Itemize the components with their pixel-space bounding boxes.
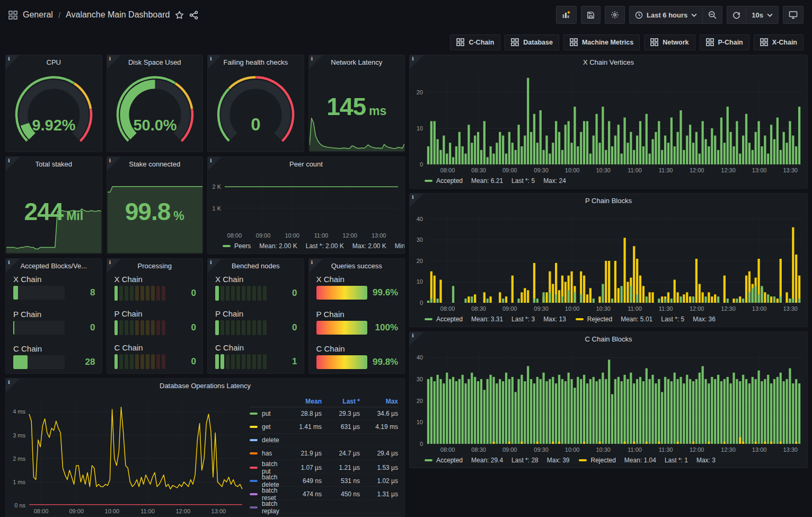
star-icon[interactable]: [175, 11, 184, 20]
panel-title[interactable]: Benched nodes: [208, 259, 304, 274]
panel-info-icon[interactable]: i: [410, 332, 423, 346]
x-axis-tick: 09:00: [256, 232, 271, 239]
panel-info-icon[interactable]: i: [410, 55, 423, 69]
panel-title[interactable]: Peer count: [208, 157, 404, 172]
legend-series-name: batch put: [262, 460, 284, 475]
panel-title[interactable]: P Chain Blocks: [410, 194, 807, 208]
panel-title[interactable]: Failing health checks: [208, 55, 304, 70]
refresh-button[interactable]: [727, 6, 746, 23]
dashboard-link-label: Machine Metrics: [582, 39, 633, 46]
settings-gear-button[interactable]: [605, 6, 624, 23]
panel-info-icon[interactable]: i: [410, 194, 423, 207]
legend-item-rejected[interactable]: RejectedMean: 1.04Last *: 1Max: 3: [579, 457, 715, 464]
breadcrumb-folder[interactable]: General: [23, 10, 53, 20]
chain-label: X Chain: [114, 275, 197, 284]
x-axis-tick: 11:00: [140, 508, 155, 514]
panel-title[interactable]: CPU: [6, 55, 102, 70]
cycle-view-mode-button[interactable]: [783, 6, 803, 23]
add-panel-button[interactable]: [557, 6, 576, 23]
panel-info-icon[interactable]: i: [107, 259, 121, 273]
legend-item-batch-reset[interactable]: batch reset: [250, 487, 284, 502]
dashboard-link-machine-metrics[interactable]: Machine Metrics: [563, 34, 640, 50]
chain-label: C Chain: [114, 343, 197, 352]
legend-item-delete[interactable]: delete: [250, 436, 284, 444]
segment-cell: [220, 354, 224, 369]
legend-item-has[interactable]: has: [250, 450, 284, 457]
legend-item-batch-put[interactable]: batch put: [250, 460, 284, 475]
zoom-out-button[interactable]: [702, 6, 722, 23]
dashboard-link-c-chain[interactable]: C-Chain: [450, 34, 500, 50]
legend-item-accepted[interactable]: AcceptedMean: 6.21Last *: 5Max: 24: [425, 177, 566, 185]
dashboard-link-p-chain[interactable]: P-Chain: [700, 34, 749, 50]
panel-p-chain-blocks: i P Chain Blocks 08:0008:3009:0009:3010:…: [409, 193, 808, 327]
x-axis-tick: 08:00: [440, 167, 455, 173]
db-table-header[interactable]: Max: [360, 398, 398, 405]
dashboard-link-network[interactable]: Network: [644, 34, 695, 50]
breadcrumb-dashboard-title[interactable]: Avalanche Main Dashboard: [66, 10, 170, 20]
legend-item-rejected[interactable]: RejectedMean: 5.01Last *: 5Max: 36: [576, 316, 716, 323]
segment-cell: [220, 320, 224, 335]
segment-cell: [236, 354, 240, 369]
x-axis-tick: 09:00: [502, 167, 517, 173]
legend-stat: Mean: 2.00 K: [259, 242, 297, 250]
chain-gauge-row: C Chain28: [13, 344, 95, 369]
legend-series-name: Accepted: [436, 177, 463, 185]
panel-info-icon[interactable]: i: [6, 55, 20, 69]
panel-info-icon[interactable]: i: [6, 259, 20, 273]
peer-count-legend: PeersMean: 2.00 KLast *: 2.00 KMax: 2.00…: [208, 241, 404, 253]
legend-stat: Max: 2.00 K: [352, 242, 386, 250]
x-axis-tick: 13:30: [783, 446, 798, 453]
panel-info-icon[interactable]: i: [6, 379, 20, 392]
y-axis-tick: 2 ms: [13, 455, 25, 462]
db-table-value: 1.31 µs: [360, 490, 398, 498]
panel-benched-nodes: i Benched nodes X Chain0P Chain0C Chain1: [207, 258, 304, 374]
legend-item-batch-delete[interactable]: batch delete: [250, 474, 284, 488]
panel-title[interactable]: Database Operations Latency: [6, 379, 404, 393]
health-gauge: 0: [213, 70, 298, 148]
db-table-header[interactable]: Mean: [284, 398, 322, 405]
panel-title[interactable]: Accepted Blocks/Ve...: [6, 259, 102, 274]
panel-title[interactable]: Queries success: [309, 259, 405, 274]
legend-item-peers[interactable]: PeersMean: 2.00 KLast *: 2.00 KMax: 2.00…: [223, 242, 404, 250]
time-range-picker[interactable]: Last 6 hours: [630, 6, 702, 23]
panel-title[interactable]: Total staked: [6, 157, 102, 172]
panel-info-icon[interactable]: i: [107, 157, 121, 171]
chain-label: P Chain: [13, 310, 95, 319]
chain-label: P Chain: [215, 309, 297, 318]
panel-info-icon[interactable]: i: [208, 55, 222, 69]
panel-info-icon[interactable]: i: [309, 55, 323, 69]
db-table-header[interactable]: Last *: [322, 398, 360, 405]
panel-title[interactable]: Stake connected: [107, 157, 203, 172]
legend-swatch-icon: [250, 467, 258, 469]
panel-info-icon[interactable]: i: [208, 259, 222, 273]
legend-item-accepted[interactable]: AcceptedMean: 3.31Last *: 3Max: 13: [425, 316, 566, 323]
panel-info-icon[interactable]: i: [208, 157, 222, 171]
panel-info-icon[interactable]: i: [6, 157, 20, 171]
panel-info-icon[interactable]: i: [309, 259, 323, 273]
panel-title[interactable]: Processing: [107, 259, 203, 274]
panel-info-icon[interactable]: i: [107, 55, 121, 69]
x-axis-tick: 12:00: [690, 446, 704, 453]
x-axis-tick: 13:00: [752, 446, 767, 453]
legend-item-accepted[interactable]: AcceptedMean: 29.4Last *: 28Max: 39: [425, 457, 569, 464]
refresh-interval-dropdown[interactable]: 10s: [746, 6, 778, 23]
chain-gauge-row: C Chain99.8%: [316, 344, 399, 369]
segment-cell: [119, 354, 123, 369]
segment-cell: [236, 320, 240, 335]
segment-cell: [156, 320, 160, 335]
dashboards-grid-icon[interactable]: [8, 11, 17, 20]
save-dashboard-button[interactable]: [581, 6, 600, 23]
legend-item-put[interactable]: put: [250, 410, 284, 417]
segment-cell: [247, 320, 251, 335]
panel-title[interactable]: X Chain Vertices: [410, 55, 807, 70]
panel-title[interactable]: Network Latency: [309, 55, 405, 70]
segment-cell: [215, 354, 219, 369]
panel-title[interactable]: Disk Space Used: [107, 55, 203, 70]
legend-item-batch-replay[interactable]: batch replay: [250, 500, 284, 515]
legend-item-get[interactable]: get: [250, 423, 284, 431]
dashboard-link-database[interactable]: Database: [505, 34, 559, 50]
dashboard-link-x-chain[interactable]: X-Chain: [754, 34, 804, 50]
panel-title[interactable]: C Chain Blocks: [410, 332, 807, 347]
toolbar: Last 6 hours 10s: [556, 6, 804, 24]
share-icon[interactable]: [189, 11, 198, 20]
